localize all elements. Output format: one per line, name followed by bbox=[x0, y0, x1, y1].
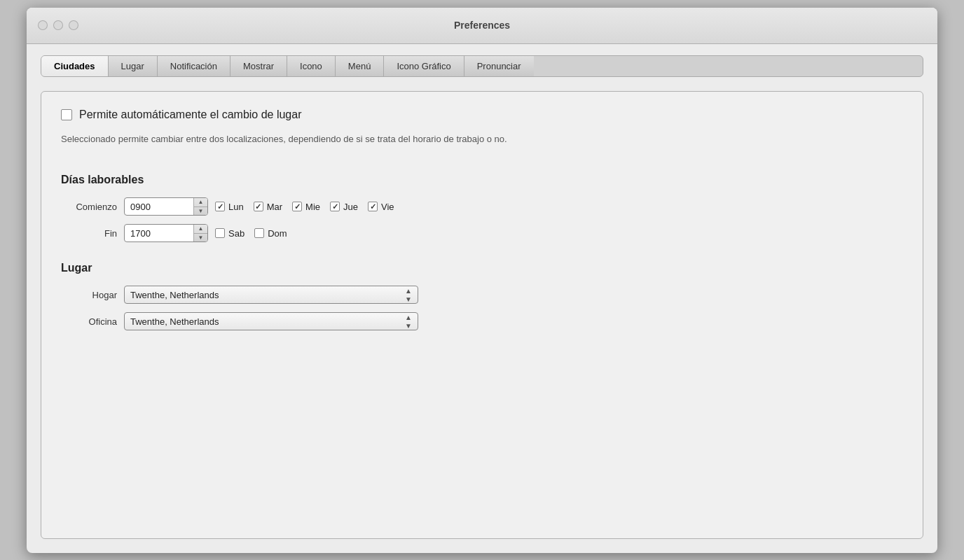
comienzo-arrows: ▲ ▼ bbox=[193, 197, 207, 216]
hogar-dropdown[interactable]: Twenthe, Netherlands ▲ ▼ bbox=[124, 286, 418, 304]
comienzo-row: Comienzo 0900 ▲ ▼ ✓ Lun bbox=[61, 197, 903, 216]
jue-label: Jue bbox=[343, 202, 358, 212]
day-sab: Sab bbox=[215, 228, 245, 239]
lun-label: Lun bbox=[228, 202, 244, 212]
tab-ciudades[interactable]: Ciudades bbox=[41, 56, 109, 76]
minimize-button[interactable] bbox=[53, 20, 63, 30]
maximize-button[interactable] bbox=[69, 20, 78, 30]
vie-checkbox[interactable]: ✓ bbox=[368, 202, 378, 211]
day-mie: ✓ Mie bbox=[292, 202, 320, 212]
lugar-section: Lugar Hogar Twenthe, Netherlands ▲ ▼ Ofi… bbox=[61, 262, 903, 330]
lugar-heading: Lugar bbox=[61, 262, 903, 274]
sab-checkbox[interactable] bbox=[215, 228, 225, 238]
comienzo-label: Comienzo bbox=[61, 202, 117, 212]
lun-checkbox[interactable]: ✓ bbox=[215, 202, 225, 211]
main-panel: Permite automáticamente el cambio de lug… bbox=[41, 91, 923, 539]
tab-icono-grafico[interactable]: Icono Gráfico bbox=[384, 56, 464, 76]
fin-stepper[interactable]: 1700 ▲ ▼ bbox=[124, 224, 208, 242]
tab-pronunciar[interactable]: Pronunciar bbox=[464, 56, 534, 76]
tab-bar: Ciudades Lugar Notificación Mostrar Icon… bbox=[41, 55, 923, 77]
auto-change-label: Permite automáticamente el cambio de lug… bbox=[79, 108, 302, 121]
day-mar: ✓ Mar bbox=[254, 202, 282, 212]
fin-row: Fin 1700 ▲ ▼ Sab bbox=[61, 224, 903, 242]
preferences-window: Preferences Ciudades Lugar Notificación … bbox=[27, 8, 937, 553]
workdays-heading: Días laborables bbox=[61, 174, 903, 186]
weekday-checkboxes: ✓ Lun ✓ Mar ✓ Mie ✓ Jue bbox=[215, 202, 394, 212]
hogar-dropdown-arrow: ▲ ▼ bbox=[405, 287, 412, 303]
day-jue: ✓ Jue bbox=[330, 202, 358, 212]
window-content: Ciudades Lugar Notificación Mostrar Icon… bbox=[27, 44, 937, 553]
oficina-dropdown-arrow: ▲ ▼ bbox=[405, 314, 412, 330]
fin-down-arrow[interactable]: ▼ bbox=[194, 234, 207, 243]
mar-label: Mar bbox=[267, 202, 282, 212]
tab-mostrar[interactable]: Mostrar bbox=[230, 56, 287, 76]
hogar-row: Hogar Twenthe, Netherlands ▲ ▼ bbox=[61, 286, 903, 304]
day-lun: ✓ Lun bbox=[215, 202, 244, 212]
day-dom: Dom bbox=[254, 228, 287, 239]
window-title: Preferences bbox=[454, 20, 510, 31]
mie-label: Mie bbox=[305, 202, 320, 212]
mie-checkbox[interactable]: ✓ bbox=[292, 202, 302, 211]
auto-change-description: Seleccionado permite cambiar entre dos l… bbox=[61, 132, 551, 146]
day-vie: ✓ Vie bbox=[368, 202, 394, 212]
tab-lugar[interactable]: Lugar bbox=[109, 56, 158, 76]
dom-label: Dom bbox=[268, 228, 287, 239]
hogar-label: Hogar bbox=[61, 290, 117, 300]
comienzo-up-arrow[interactable]: ▲ bbox=[194, 197, 207, 207]
oficina-dropdown[interactable]: Twenthe, Netherlands ▲ ▼ bbox=[124, 312, 418, 330]
auto-change-checkbox[interactable] bbox=[61, 109, 72, 120]
fin-value: 1700 bbox=[125, 228, 193, 239]
comienzo-down-arrow[interactable]: ▼ bbox=[194, 207, 207, 216]
close-button[interactable] bbox=[38, 20, 48, 30]
hogar-value: Twenthe, Netherlands bbox=[130, 290, 405, 300]
titlebar: Preferences bbox=[27, 8, 937, 44]
jue-checkbox[interactable]: ✓ bbox=[330, 202, 340, 211]
oficina-label: Oficina bbox=[61, 316, 117, 327]
vie-label: Vie bbox=[381, 202, 394, 212]
fin-arrows: ▲ ▼ bbox=[193, 224, 207, 242]
fin-label: Fin bbox=[61, 228, 117, 239]
oficina-value: Twenthe, Netherlands bbox=[130, 316, 405, 327]
comienzo-value: 0900 bbox=[125, 202, 193, 212]
tab-notificacion[interactable]: Notificación bbox=[158, 56, 230, 76]
oficina-row: Oficina Twenthe, Netherlands ▲ ▼ bbox=[61, 312, 903, 330]
weekend-checkboxes: Sab Dom bbox=[215, 228, 287, 239]
sab-label: Sab bbox=[228, 228, 245, 239]
tab-menu[interactable]: Menú bbox=[336, 56, 385, 76]
tab-icono[interactable]: Icono bbox=[287, 56, 336, 76]
fin-up-arrow[interactable]: ▲ bbox=[194, 224, 207, 234]
auto-change-row: Permite automáticamente el cambio de lug… bbox=[61, 108, 903, 121]
traffic-lights bbox=[38, 20, 78, 30]
comienzo-stepper[interactable]: 0900 ▲ ▼ bbox=[124, 197, 208, 216]
mar-checkbox[interactable]: ✓ bbox=[254, 202, 263, 211]
workdays-section: Días laborables Comienzo 0900 ▲ ▼ bbox=[61, 174, 903, 242]
dom-checkbox[interactable] bbox=[254, 228, 264, 238]
